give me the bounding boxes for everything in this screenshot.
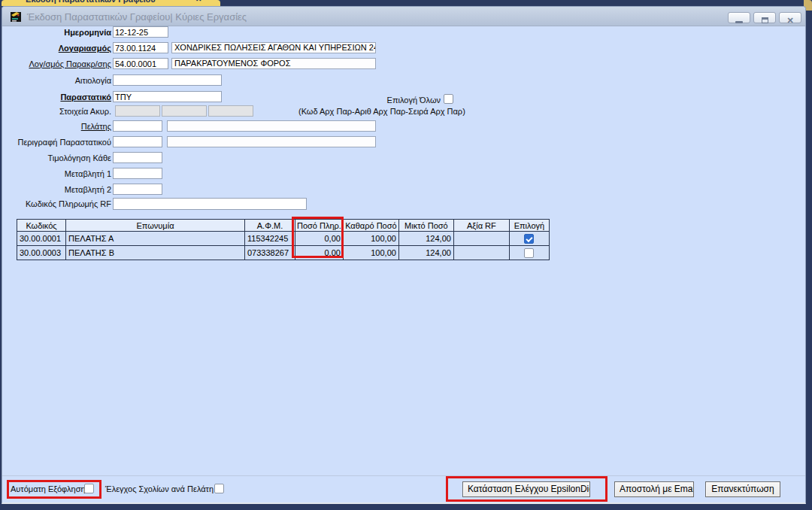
auto-settlement-checkbox[interactable] [84,484,94,493]
document-label[interactable]: Παραστατικό [3,93,111,102]
col-code[interactable]: Κωδικός [17,220,66,232]
footer-divider [2,475,805,476]
customers-table: Κωδικός Επωνυμία Α.Φ.Μ. Ποσό Πληρ. Καθαρ… [17,219,550,260]
doc-description-label: Περιγραφή Παραστατικού [3,138,111,147]
table-header-row: Κωδικός Επωνυμία Α.Φ.Μ. Ποσό Πληρ. Καθαρ… [17,220,550,232]
row-checkbox[interactable] [524,248,534,258]
col-payment[interactable]: Ποσό Πληρ. [295,220,344,232]
account-label[interactable]: Λογαριασμός [3,44,111,53]
customer-label[interactable]: Πελάτης [3,122,111,131]
cancellation-label: Στοιχεία Ακυρ. [3,107,111,116]
variable1-label: Μεταβλητή 1 [3,169,111,178]
cell-rf [453,232,509,246]
cell-select [509,232,549,246]
table-row: 30.00.0003 ΠΕΛΑΤΗΣ Β 073338267 0,00 100,… [17,246,550,260]
cell-payment[interactable]: 0,00 [295,232,344,246]
col-vat[interactable]: Α.Φ.Μ. [245,220,295,232]
rf-code-label: Κωδικός Πληρωμής RF [3,199,111,208]
withholding-code-input[interactable] [113,58,168,69]
variable2-label: Μεταβλητή 2 [3,185,111,194]
col-rf[interactable]: Αξία RF [453,220,509,232]
cell-code: 30.00.0003 [17,246,66,260]
cell-vat: 115342245 [245,232,295,246]
cancellation-hint: (Κωδ Αρχ Παρ-Αριθ Αρχ Παρ-Σειρά Αρχ Παρ) [298,107,465,116]
cell-gross[interactable]: 124,00 [398,232,453,246]
screen: Έκδοση Παραστατικών Γραφείου ✕ Έκδοση Πα… [0,0,812,510]
cell-vat: 073338267 [245,246,295,260]
reason-input[interactable] [113,74,222,86]
cell-gross[interactable]: 124,00 [398,246,453,260]
rf-code-input[interactable] [113,198,307,210]
col-select[interactable]: Επιλογή [509,220,549,232]
cell-code: 30.00.0001 [17,232,66,246]
row-checkbox[interactable] [524,234,534,244]
cancellation-field-1 [115,105,160,117]
date-input[interactable] [113,26,168,38]
comments-check-label: Έλεγχος Σχολίων ανά Πελάτη [105,484,214,493]
withholding-label[interactable]: Λογ/σμός Παρακρ/σης [3,59,111,68]
account-description: ΧΟΝΔΡΙΚΕΣ ΠΩΛΗΣΕΙΣ ΑΓΑΘΩΝ ΚΑΙ ΥΠΗΡΕΣΙΩΝ … [171,42,376,53]
variable2-input[interactable] [113,184,162,195]
cell-name: ΠΕΛΑΤΗΣ Β [66,246,245,260]
date-label: Ημερομηνία [3,28,111,37]
table-row: 30.00.0001 ΠΕΛΑΤΗΣ Α 115342245 0,00 100,… [17,232,550,246]
account-code-input[interactable] [113,42,168,53]
document-input[interactable] [113,91,222,102]
doc-description-text [167,136,376,147]
col-net[interactable]: Καθαρό Ποσό [343,220,398,232]
cell-net[interactable]: 100,00 [343,232,398,246]
cell-payment[interactable]: 0,00 [295,246,344,260]
cancellation-field-2 [162,105,207,117]
cell-name: ΠΕΛΑΤΗΣ Α [66,232,245,246]
reason-label: Αιτιολογία [3,76,111,85]
cell-net[interactable]: 100,00 [343,246,398,260]
auto-settlement-label: Αυτόματη Εξόφληση [11,484,86,493]
col-gross[interactable]: Μικτό Ποσό [398,220,453,232]
col-name[interactable]: Επωνυμία [66,220,245,232]
send-email-button[interactable]: Αποστολή με Email [614,481,694,497]
epsilon-digital-button[interactable]: Κατάσταση Ελέγχου EpsilonDigital [462,481,590,497]
reprint-button[interactable]: Επανεκτύπωση [705,481,780,497]
doc-description-input[interactable] [113,136,162,147]
customer-code-input[interactable] [113,120,162,132]
cell-rf [453,246,509,260]
customer-description [167,120,376,132]
comments-check-checkbox[interactable] [214,484,224,493]
withholding-description: ΠΑΡΑΚΡΑΤΟΥΜΕΝΟΣ ΦΟΡΟΣ [171,58,376,69]
billing-every-label: Τιμολόγηση Κάθε [3,153,111,162]
variable1-input[interactable] [113,168,162,179]
select-all-label: Επιλογή Όλων [331,96,441,105]
select-all-checkbox[interactable] [444,94,453,104]
cancellation-field-3 [208,105,253,117]
cell-select [509,246,549,260]
billing-every-input[interactable] [113,152,162,163]
